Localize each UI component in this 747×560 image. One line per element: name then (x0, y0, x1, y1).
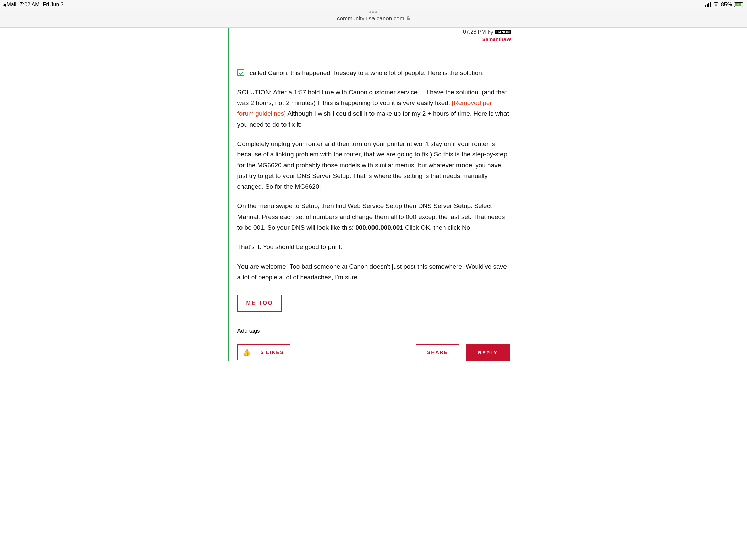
likes-count: 5 LIKES (255, 349, 290, 355)
status-time: 7:02 AM (20, 2, 40, 8)
forum-post: 07:28 PM by CANON SamanthaW I called Can… (228, 28, 519, 361)
post-author[interactable]: SamanthaW (229, 35, 519, 42)
post-paragraph-5: You are welcome! Too bad someone at Cano… (237, 261, 510, 283)
page-settings-icon[interactable]: ••• (369, 11, 378, 15)
post-paragraph-2: Completely unplug your router and then t… (237, 139, 510, 192)
reply-button[interactable]: REPLY (466, 344, 510, 361)
post-paragraph-1: SOLUTION: After a 1:57 hold time with Ca… (237, 87, 510, 130)
wifi-icon (713, 2, 719, 8)
status-date: Fri Jun 3 (43, 2, 64, 8)
share-button[interactable]: SHARE (416, 344, 460, 360)
post-lead: I called Canon, this happened Tuesday to… (237, 68, 510, 78)
likes-button[interactable]: 👍 5 LIKES (237, 344, 290, 360)
page-content: 07:28 PM by CANON SamanthaW I called Can… (0, 28, 747, 361)
thumbs-up-icon[interactable]: 👍 (238, 345, 255, 359)
lock-icon (406, 16, 410, 22)
ios-status-bar: ◀ Mail 7:02 AM Fri Jun 3 85% ⚡ (0, 0, 747, 9)
solved-check-icon (237, 69, 244, 76)
post-paragraph-4: That's it. You should be good to print. (237, 242, 510, 252)
dns-value: 000.000.000.001 (355, 224, 404, 231)
brand-badge: CANON (495, 30, 511, 34)
status-left: ◀ Mail 7:02 AM Fri Jun 3 (3, 2, 64, 8)
post-actions: 👍 5 LIKES SHARE REPLY (229, 335, 519, 361)
status-right: 85% ⚡ (705, 2, 744, 8)
browser-url-bar[interactable]: ••• community.usa.canon.com (0, 9, 747, 28)
add-tags-link[interactable]: Add tags (237, 328, 260, 335)
post-paragraph-3: On the menu swipe to Setup, then find We… (237, 201, 510, 233)
post-body: I called Canon, this happened Tuesday to… (229, 42, 519, 283)
back-to-app[interactable]: ◀ Mail (3, 2, 17, 8)
post-meta: 07:28 PM by CANON (229, 28, 519, 35)
cell-signal-icon (705, 2, 711, 7)
me-too-button[interactable]: ME TOO (237, 295, 282, 312)
post-time: 07:28 PM (463, 29, 486, 35)
meta-by: by (488, 29, 493, 35)
battery-icon: ⚡ (734, 2, 744, 7)
url-text: community.usa.canon.com (337, 16, 410, 22)
battery-percent: 85% (721, 2, 732, 8)
